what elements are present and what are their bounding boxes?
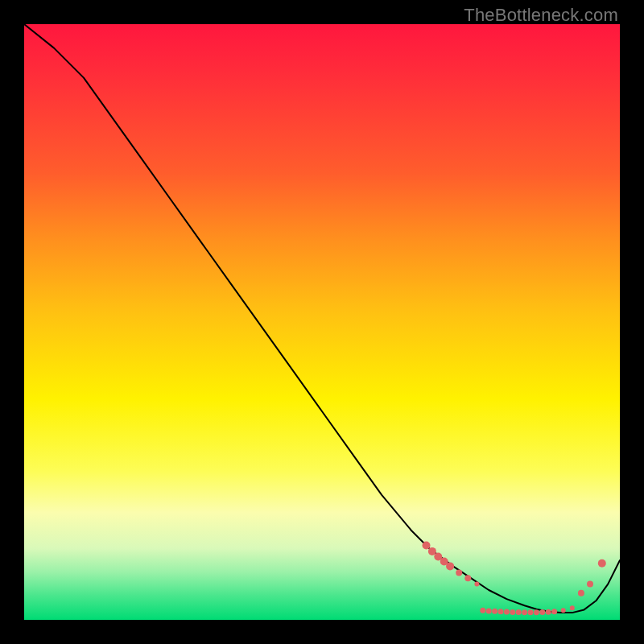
data-marker (510, 609, 515, 615)
data-marker (522, 609, 527, 615)
data-marker (587, 581, 593, 588)
data-marker (492, 609, 497, 614)
data-marker (456, 570, 462, 576)
data-marker (546, 609, 551, 615)
data-marker (480, 608, 485, 613)
data-marker (578, 590, 584, 597)
data-marker (446, 562, 454, 570)
bottleneck-curve (24, 24, 620, 620)
data-marker (570, 605, 575, 610)
data-marker (516, 609, 522, 615)
data-marker (504, 609, 510, 615)
data-marker (598, 559, 606, 568)
data-marker (464, 575, 471, 581)
data-marker (551, 609, 557, 614)
data-marker (474, 582, 479, 587)
chart-container: TheBottleneck.com (0, 0, 644, 644)
data-marker (561, 608, 566, 613)
data-marker (534, 609, 539, 615)
watermark-label: TheBottleneck.com (464, 5, 618, 26)
plot-area (24, 24, 620, 620)
data-marker (486, 608, 492, 613)
data-marker (498, 609, 504, 614)
data-marker (423, 542, 431, 550)
data-marker (528, 609, 534, 615)
data-marker (539, 609, 545, 615)
data-marker (428, 547, 436, 555)
